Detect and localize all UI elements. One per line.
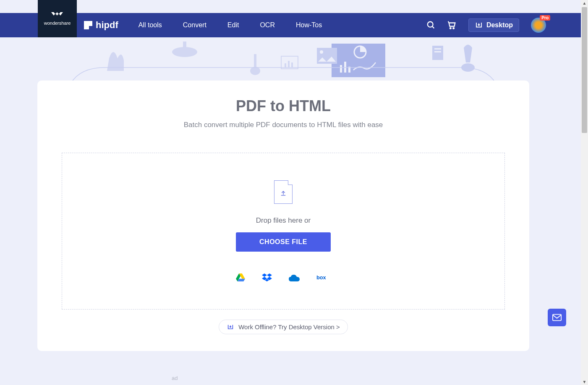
upload-file-icon <box>274 180 293 204</box>
svg-rect-16 <box>340 65 342 73</box>
svg-rect-21 <box>434 51 441 52</box>
svg-rect-17 <box>344 62 346 73</box>
scroll-down-arrow[interactable]: ▼ <box>582 380 587 384</box>
product-name: hipdf <box>96 20 118 31</box>
choose-file-button[interactable]: CHOOSE FILE <box>236 232 331 252</box>
svg-rect-20 <box>434 48 441 49</box>
nav-edit[interactable]: Edit <box>227 21 239 29</box>
nav-all-tools[interactable]: All tools <box>139 21 162 29</box>
svg-point-0 <box>428 22 433 27</box>
drop-text: Drop files here or <box>256 216 311 225</box>
user-avatar[interactable]: Pro <box>531 18 546 33</box>
mail-icon <box>552 314 562 321</box>
svg-point-22 <box>461 63 475 72</box>
scrollbar-thumb[interactable] <box>582 7 587 133</box>
page-subtitle: Batch convert multiple PDF documents to … <box>37 121 529 129</box>
svg-point-14 <box>320 50 323 54</box>
svg-rect-19 <box>432 46 443 60</box>
wondershare-icon <box>51 12 64 19</box>
svg-rect-5 <box>183 42 186 50</box>
hero-illustration <box>0 37 588 83</box>
onedrive-icon[interactable] <box>289 274 300 281</box>
svg-point-2 <box>450 28 451 29</box>
file-drop-zone[interactable]: Drop files here or CHOOSE FILE box <box>62 153 505 310</box>
svg-rect-6 <box>254 54 256 71</box>
svg-line-1 <box>432 26 434 29</box>
svg-rect-13 <box>317 48 337 64</box>
svg-point-3 <box>453 28 454 29</box>
product-logo[interactable]: hipdf <box>84 20 118 31</box>
contact-mail-button[interactable] <box>548 309 566 326</box>
svg-point-7 <box>250 67 260 75</box>
svg-text:box: box <box>316 274 326 281</box>
hipdf-icon <box>84 21 92 29</box>
svg-rect-11 <box>291 62 293 68</box>
vertical-scrollbar[interactable]: ▲ ▼ <box>581 0 588 385</box>
ad-label: ad <box>172 375 178 381</box>
cart-icon[interactable] <box>447 21 457 30</box>
download-monitor-icon <box>227 324 234 330</box>
wondershare-logo[interactable]: wondershare <box>38 0 77 37</box>
svg-point-4 <box>172 47 197 57</box>
wondershare-label: wondershare <box>44 21 71 26</box>
scroll-up-arrow[interactable]: ▲ <box>582 1 587 5</box>
download-icon <box>475 21 483 29</box>
work-offline-link[interactable]: Work Offline? Try Desktop Version > <box>219 320 348 334</box>
svg-point-15 <box>354 46 366 58</box>
svg-rect-24 <box>553 315 561 321</box>
cloud-sources: box <box>236 273 331 282</box>
offline-text: Work Offline? Try Desktop Version > <box>238 323 340 330</box>
nav-menu: All tools Convert Edit OCR How-Tos <box>139 21 322 29</box>
search-icon[interactable] <box>426 21 436 30</box>
dropbox-icon[interactable] <box>262 273 272 282</box>
nav-howtos[interactable]: How-Tos <box>296 21 322 29</box>
svg-rect-8 <box>281 56 298 69</box>
main-navbar: wondershare hipdf All tools Convert Edit… <box>0 13 588 37</box>
main-card: PDF to HTML Batch convert multiple PDF d… <box>37 81 529 351</box>
svg-rect-12 <box>332 44 385 77</box>
nav-convert[interactable]: Convert <box>183 21 206 29</box>
desktop-label: Desktop <box>486 21 513 29</box>
svg-rect-18 <box>348 67 350 73</box>
google-drive-icon[interactable] <box>236 273 245 282</box>
nav-ocr[interactable]: OCR <box>260 21 275 29</box>
box-icon[interactable]: box <box>316 274 331 281</box>
desktop-button[interactable]: Desktop <box>468 18 519 32</box>
svg-rect-9 <box>285 63 286 68</box>
svg-rect-10 <box>288 61 290 68</box>
page-title: PDF to HTML <box>37 97 529 115</box>
pro-badge: Pro <box>540 15 550 21</box>
